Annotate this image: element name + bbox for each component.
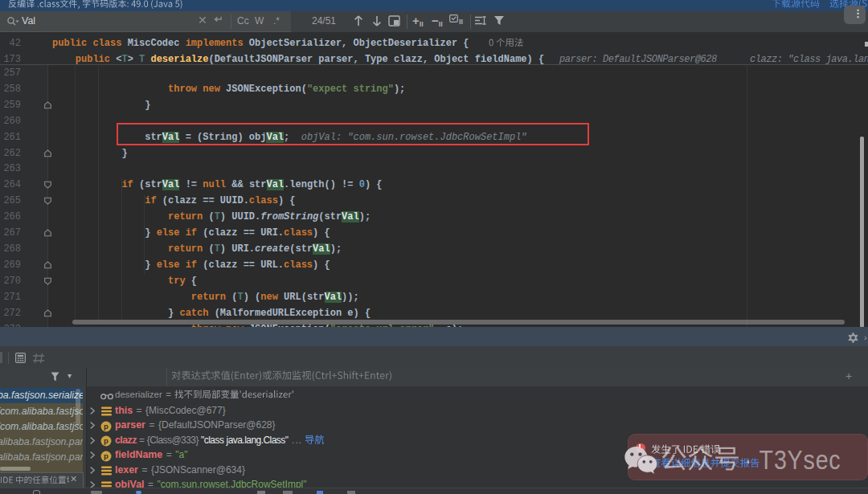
svg-text:p: p [104, 422, 108, 431]
svg-text:p: p [104, 451, 108, 460]
svg-text:p: p [104, 436, 108, 445]
